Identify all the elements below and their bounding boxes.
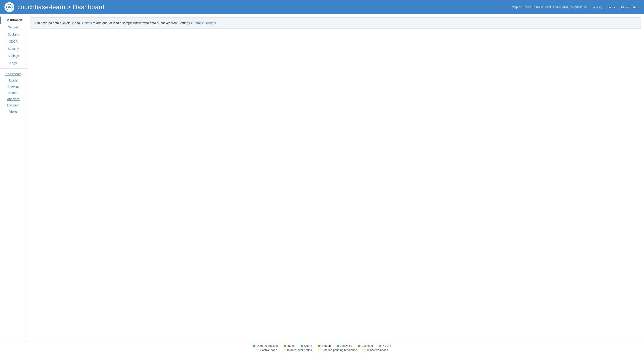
footer-row-1: Data - 0 buckets Index Query Search Anal… [253, 344, 391, 348]
footer-eventing-label: Eventing [362, 344, 373, 348]
xdcr-dot [379, 345, 382, 347]
footer-search-label: Search [322, 344, 331, 348]
help-dropdown[interactable]: help ▾ [608, 6, 615, 9]
query-dot [301, 345, 303, 347]
sidebar-item-query[interactable]: Query [0, 77, 26, 83]
sidebar: Dashboard Servers Buckets XDCR Security … [0, 14, 27, 342]
footer-row-2: 1 active node 0 failed-over nodes 0 node… [256, 348, 388, 352]
content-area: You have no data buckets. Go to Buckets … [27, 14, 644, 342]
activity-link[interactable]: activity [593, 6, 602, 9]
sidebar-item-dashboard[interactable]: Dashboard [0, 16, 26, 24]
header: couchbase-learn > Dashboard Enterprise E… [0, 0, 644, 14]
banner-text-before: You have no data buckets. Go to [35, 21, 81, 25]
sidebar-divider [0, 68, 26, 68]
banner-text-end: . [216, 21, 217, 25]
failed-nodes-dot [283, 349, 286, 351]
help-caret: ▾ [614, 6, 615, 8]
footer-eventing: Eventing [358, 344, 373, 348]
sidebar-item-xdcr[interactable]: XDCR [0, 38, 26, 45]
footer-index: Index [284, 344, 294, 348]
sidebar-item-analytics[interactable]: Analytics [0, 96, 26, 102]
admin-caret: ▾ [638, 6, 640, 8]
header-left: couchbase-learn > Dashboard [4, 2, 104, 12]
active-nodes-dot [256, 349, 259, 351]
info-banner: You have no data buckets. Go to Buckets … [30, 18, 641, 28]
search-dot [318, 345, 320, 347]
sidebar-item-search[interactable]: Search [0, 89, 26, 96]
sidebar-item-eventing[interactable]: Eventing [0, 102, 26, 108]
buckets-link[interactable]: Buckets [81, 21, 92, 25]
banner-text-middle: to add one, or load a sample bucket with… [92, 21, 193, 25]
footer-failed-nodes-label: 0 failed-over nodes [287, 348, 312, 352]
sidebar-item-buckets[interactable]: Buckets [0, 31, 26, 38]
footer-pending-nodes-label: 0 nodes pending rebalance [322, 348, 357, 352]
sidebar-item-indexes[interactable]: Indexes [0, 83, 26, 89]
footer-data-label: Data - 0 buckets [256, 344, 278, 348]
index-dot [284, 345, 286, 347]
logo [4, 2, 14, 12]
footer-xdcr: XDCR [379, 344, 391, 348]
footer-data: Data - 0 buckets [253, 344, 278, 348]
sidebar-item-documents[interactable]: Documents [0, 70, 26, 77]
footer-query: Query [301, 344, 312, 348]
pending-nodes-dot [318, 349, 321, 351]
footer-failed-nodes: 0 failed-over nodes [283, 348, 312, 352]
footer-index-label: Index [287, 344, 294, 348]
footer-active-nodes: 1 active node [256, 348, 277, 352]
footer-inactive-nodes: 0 inactive nodes [363, 348, 388, 352]
footer-inactive-nodes-label: 0 inactive nodes [367, 348, 388, 352]
header-right: Enterprise Edition 6.6.0 build 7909 · IP… [510, 6, 640, 9]
page-title: couchbase-learn > Dashboard [18, 4, 104, 11]
main-layout: Dashboard Servers Buckets XDCR Security … [0, 14, 644, 342]
footer-query-label: Query [304, 344, 312, 348]
data-dot [253, 345, 256, 347]
footer-pending-nodes: 0 nodes pending rebalance [318, 348, 357, 352]
sidebar-item-servers[interactable]: Servers [0, 24, 26, 31]
footer-xdcr-label: XDCR [382, 344, 391, 348]
footer: Data - 0 buckets Index Query Search Anal… [0, 342, 644, 353]
sidebar-item-logs[interactable]: Logs [0, 60, 26, 66]
footer-active-nodes-label: 1 active node [260, 348, 277, 352]
footer-analytics: Analytics [337, 344, 352, 348]
eventing-dot [358, 345, 360, 347]
sidebar-item-views[interactable]: Views [0, 108, 26, 114]
sidebar-item-security[interactable]: Security [0, 45, 26, 52]
sidebar-item-settings[interactable]: Settings [0, 52, 26, 60]
edition-info: Enterprise Edition 6.6.0 build 7909 · IP… [510, 6, 588, 9]
sample-buckets-link[interactable]: Sample Buckets [193, 21, 216, 25]
inactive-nodes-dot [363, 349, 366, 351]
footer-search: Search [318, 344, 331, 348]
analytics-dot [337, 345, 339, 347]
admin-dropdown[interactable]: Administrator ▾ [620, 6, 640, 9]
footer-analytics-label: Analytics [340, 344, 352, 348]
